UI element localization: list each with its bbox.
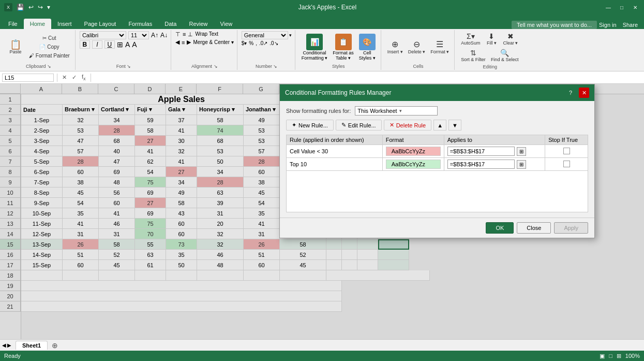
scroll-left-btn[interactable]: ◀: [2, 342, 6, 348]
conditional-formatting-button[interactable]: 📊 ConditionalFormatting ▾: [299, 33, 330, 62]
ok-button[interactable]: OK: [486, 222, 514, 234]
find-select-button[interactable]: 🔍 Find & Select: [489, 48, 521, 63]
editing-label: Editing: [483, 63, 498, 69]
delete-rule-button[interactable]: ✕ Delete Rule: [384, 120, 431, 131]
rule-2-range-picker[interactable]: ⊞: [517, 160, 526, 169]
add-sheet-button[interactable]: ⊕: [49, 340, 61, 351]
delete-cells-button[interactable]: ⊖ Delete ▾: [406, 38, 428, 55]
format-header: Format: [382, 135, 444, 145]
autosum-button[interactable]: Σ▾ AutoSum: [459, 31, 482, 47]
edit-rule-button[interactable]: ✎ Edit Rule...: [336, 120, 382, 131]
italic-button[interactable]: I: [92, 40, 102, 49]
rule-2-name: Top 10: [287, 158, 383, 171]
cut-button[interactable]: ✂ Cut: [27, 34, 72, 42]
increase-font-btn[interactable]: A↑: [151, 32, 158, 39]
font-size-select[interactable]: 11: [128, 31, 149, 39]
wrap-text-btn[interactable]: Wrap Text: [195, 31, 218, 38]
decrease-font-btn[interactable]: A↓: [160, 32, 168, 39]
confirm-formula-btn[interactable]: ✓: [70, 74, 78, 81]
new-rule-button[interactable]: ✦ New Rule...: [286, 120, 334, 131]
percent-btn[interactable]: %: [249, 40, 253, 46]
undo-btn[interactable]: ↩: [27, 4, 35, 11]
rule-1-applies-input[interactable]: [447, 147, 515, 156]
comma-btn[interactable]: ,: [256, 40, 257, 46]
rule-2-applies: ⊞: [444, 158, 545, 171]
rule-1-format-preview: AaBbCcYyZz: [386, 147, 441, 156]
close-button[interactable]: Close: [517, 222, 551, 234]
dialog-overlay: Conditional Formatting Rules Manager ? ✕…: [0, 84, 644, 339]
move-up-button[interactable]: ▲: [433, 120, 446, 131]
font-name-select[interactable]: Calibri: [80, 31, 126, 39]
number-label: Number ↘: [256, 63, 278, 69]
show-rules-label: Show formatting rules for:: [286, 108, 351, 114]
sign-in-btn[interactable]: Sign in: [599, 22, 617, 28]
decimal-increase-btn[interactable]: .0↗: [259, 40, 267, 46]
number-format-select[interactable]: General: [242, 31, 288, 39]
minimize-btn[interactable]: —: [604, 3, 613, 12]
apply-button[interactable]: Apply: [554, 222, 588, 234]
bold-button[interactable]: B: [80, 40, 90, 49]
view-layout-btn[interactable]: □: [609, 353, 612, 359]
cancel-formula-btn[interactable]: ✕: [61, 74, 68, 81]
format-cells-button[interactable]: ☰ Format ▾: [428, 38, 451, 55]
tab-review[interactable]: Review: [183, 19, 214, 29]
maximize-btn[interactable]: □: [617, 3, 626, 12]
sheet-tab-sheet1[interactable]: Sheet1: [16, 341, 48, 350]
tab-file[interactable]: File: [2, 19, 24, 29]
tab-page-layout[interactable]: Page Layout: [78, 19, 123, 29]
rule-1-stop-checkbox[interactable]: [563, 148, 570, 154]
merge-center-btn[interactable]: Merge & Center ▾: [193, 39, 233, 45]
formula-input[interactable]: [94, 74, 642, 81]
fill-color-btn[interactable]: A: [125, 40, 130, 49]
search-box[interactable]: Tell me what you want to do...: [512, 21, 597, 29]
currency-btn[interactable]: $▾: [242, 40, 247, 46]
scroll-right-btn[interactable]: ▶: [7, 342, 11, 348]
border-btn[interactable]: ⊞: [117, 40, 123, 49]
share-btn[interactable]: Share: [623, 22, 638, 28]
rule-row-2[interactable]: Top 10 AaBbCcYyZz ⊞: [287, 158, 588, 171]
new-rule-icon: ✦: [292, 122, 296, 128]
ribbon-group-styles: 📊 ConditionalFormatting ▾ 📋 Format asTab…: [296, 30, 381, 70]
tab-home[interactable]: Home: [24, 19, 51, 29]
fill-button[interactable]: ⬇ Fill ▾: [483, 31, 500, 47]
format-as-table-button[interactable]: 📋 Format asTable ▾: [331, 33, 356, 62]
tab-formulas[interactable]: Formulas: [122, 19, 158, 29]
insert-function-btn[interactable]: fx: [80, 73, 87, 82]
sort-filter-button[interactable]: ⇅ Sort & Filter: [459, 48, 488, 63]
align-right-btn[interactable]: ▶: [187, 39, 191, 46]
copy-button[interactable]: 📄 Copy: [27, 43, 72, 51]
dialog-help-button[interactable]: ?: [565, 88, 576, 98]
rule-1-range-picker[interactable]: ⊞: [517, 147, 526, 156]
move-down-button[interactable]: ▼: [448, 120, 461, 131]
tab-view[interactable]: View: [214, 19, 239, 29]
format-painter-button[interactable]: 🖌 Format Painter: [27, 52, 72, 60]
save-btn[interactable]: 💾: [16, 4, 25, 11]
decimal-decrease-btn[interactable]: .0↘: [269, 40, 278, 46]
cell-styles-button[interactable]: 🎨 CellStyles ▾: [357, 33, 378, 62]
font-color-btn[interactable]: A: [132, 40, 137, 49]
view-preview-btn[interactable]: ⊞: [617, 353, 621, 359]
quick-access-dropdown[interactable]: ▾: [46, 4, 51, 11]
align-top-btn[interactable]: ⊤: [175, 31, 181, 38]
rule-2-applies-input[interactable]: [447, 160, 515, 169]
tab-data[interactable]: Data: [158, 19, 183, 29]
number-format-dropdown[interactable]: ▾: [289, 33, 292, 38]
underline-button[interactable]: U: [104, 40, 115, 49]
rule-2-stop-checkbox[interactable]: [563, 161, 570, 167]
align-bottom-btn[interactable]: ⊥: [188, 31, 193, 38]
insert-cells-button[interactable]: ⊕ Insert ▾: [385, 38, 405, 55]
close-btn[interactable]: ✕: [631, 3, 640, 12]
view-normal-btn[interactable]: ▣: [600, 353, 605, 359]
align-center-btn[interactable]: ≡: [182, 39, 185, 46]
clear-button[interactable]: ✖ Clear ▾: [501, 31, 520, 47]
tab-insert[interactable]: Insert: [51, 19, 78, 29]
align-middle-btn[interactable]: ≡: [183, 31, 186, 38]
rule-row-1[interactable]: Cell Value < 30 AaBbCcYyZz ⊞: [287, 145, 588, 158]
rules-table-header-row: Rule (applied in order shown) Format App…: [287, 135, 588, 145]
dialog-close-button[interactable]: ✕: [579, 88, 589, 98]
show-rules-select[interactable]: This Worksheet ▾: [355, 106, 438, 115]
align-left-btn[interactable]: ◀: [175, 39, 179, 46]
paste-button[interactable]: 📋 Paste: [5, 39, 26, 55]
redo-btn[interactable]: ↪: [37, 4, 44, 11]
name-box[interactable]: [2, 74, 54, 82]
